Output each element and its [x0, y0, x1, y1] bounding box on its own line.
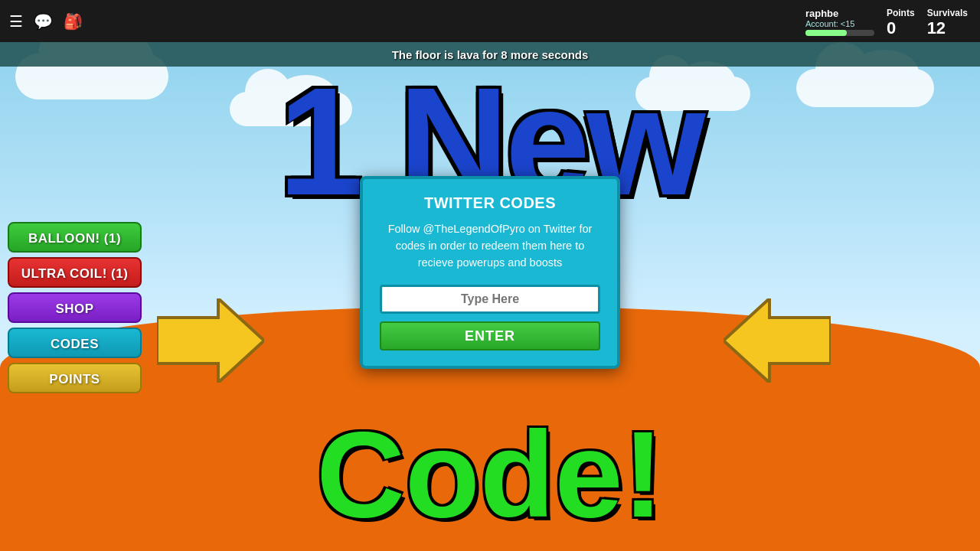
backpack-icon[interactable]: 🎒 — [64, 12, 83, 31]
modal-title: TWITTER CODES — [380, 194, 600, 212]
arrow-right — [157, 298, 264, 386]
points-button[interactable]: POINTS — [8, 363, 142, 393]
bottom-title-container: Code! — [0, 413, 980, 536]
balloon-button[interactable]: BALLOON! (1) — [8, 222, 142, 253]
enter-button[interactable]: ENTER — [380, 321, 600, 350]
stats-panel: raphbe Account: <15 Points 0 Survivals 1… — [805, 8, 968, 38]
codes-button[interactable]: CODES — [8, 328, 142, 358]
modal-description: Follow @TheLegendOfPyro on Twitter for c… — [380, 221, 600, 271]
account-progress-bar — [805, 30, 874, 36]
bottom-title-text: Code! — [316, 406, 663, 543]
user-block: raphbe Account: <15 — [805, 8, 874, 36]
chat-icon[interactable]: 💬 — [34, 12, 53, 31]
game-title-bar: The floor is lava for 8 more seconds — [0, 42, 980, 67]
floor-message: The floor is lava for 8 more seconds — [392, 48, 589, 61]
left-buttons-panel: BALLOON! (1) ULTRA COIL! (1) SHOP CODES … — [8, 222, 142, 393]
username: raphbe — [805, 8, 838, 19]
svg-marker-0 — [157, 298, 264, 383]
survivals-block: Survivals 12 — [927, 8, 968, 38]
points-value: 0 — [887, 18, 896, 38]
arrow-left — [724, 298, 831, 386]
menu-icon[interactable]: ☰ — [9, 12, 23, 31]
shop-button[interactable]: SHOP — [8, 292, 142, 323]
codes-modal: TWITTER CODES Follow @TheLegendOfPyro on… — [360, 176, 620, 369]
points-block: Points 0 — [887, 8, 915, 38]
code-input[interactable] — [380, 285, 600, 314]
account-label: Account: <15 — [805, 19, 855, 28]
ultracoil-button[interactable]: ULTRA COIL! (1) — [8, 257, 142, 288]
svg-marker-1 — [724, 298, 831, 383]
points-label: Points — [887, 8, 915, 18]
survivals-label: Survivals — [927, 8, 968, 18]
survivals-value: 12 — [927, 18, 946, 38]
account-progress-fill — [805, 30, 847, 36]
